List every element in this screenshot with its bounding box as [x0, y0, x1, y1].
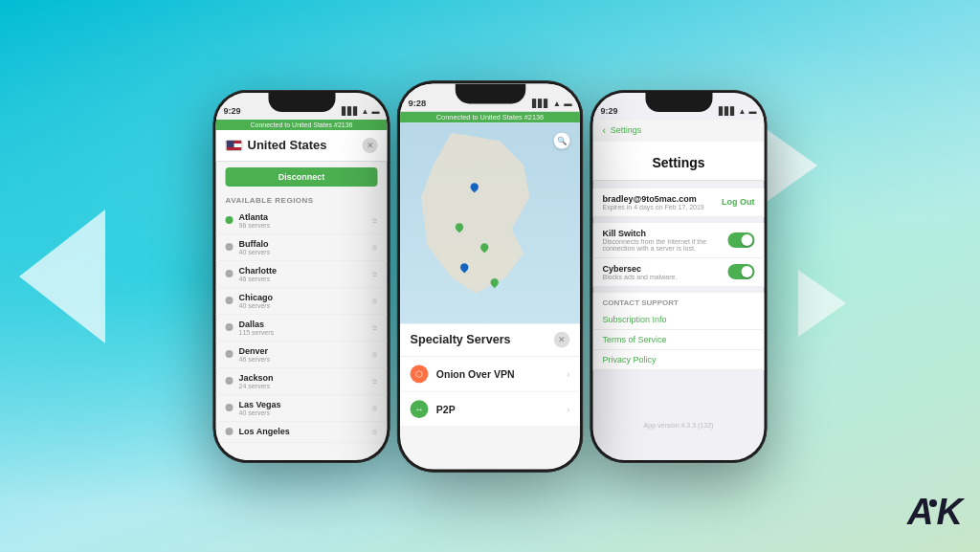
region-list: Atlanta 96 servers ≡ Buffalo 40 servers …	[216, 208, 388, 443]
phone1-notch	[268, 93, 335, 112]
region-menu-icon: ≡	[372, 376, 378, 386]
region-servers: 46 servers	[239, 356, 372, 363]
region-servers: 46 servers	[239, 276, 372, 282]
left-arrow-decoration	[19, 210, 105, 343]
region-item-atlanta[interactable]: Atlanta 96 servers ≡	[216, 208, 388, 234]
region-name: Buffalo	[239, 239, 372, 249]
right-arrow-decoration-2	[798, 270, 846, 337]
p2p-label: P2P	[436, 403, 567, 414]
region-servers: 115 servers	[239, 329, 372, 336]
terms-link[interactable]: Terms of Service	[593, 330, 765, 350]
ak-logo: AK	[907, 492, 961, 533]
region-dot	[226, 404, 234, 411]
phone1-country-title: United States	[248, 138, 363, 152]
phone2-time: 9:28	[408, 98, 426, 108]
phone3-time: 9:29	[601, 106, 618, 116]
account-row: bradley@9to5mac.com Expires in 4 days on…	[593, 188, 765, 217]
cybersec-toggle[interactable]	[728, 264, 755, 279]
specialty-item-p2p[interactable]: ↔ P2P ›	[400, 391, 580, 427]
subscription-info-link[interactable]: Subscription Info	[593, 310, 765, 330]
account-email: bradley@9to5mac.com	[603, 194, 723, 204]
region-menu-icon: ≡	[372, 427, 378, 437]
region-dot	[226, 350, 234, 358]
region-menu-icon: ≡	[372, 296, 378, 306]
onion-vpn-label: Onion Over VPN	[436, 368, 567, 380]
us-flag-icon	[226, 140, 243, 151]
kill-switch-row: Kill Switch Disconnects from the Interne…	[593, 223, 765, 258]
specialty-title: Specialty Servers	[411, 332, 511, 346]
specialty-header: Specialty Servers ✕	[400, 323, 580, 357]
region-dot	[226, 428, 234, 435]
phone1-time: 9:29	[224, 106, 241, 116]
phone2-status-icons: ▋▋▋ ▲ ▬	[532, 99, 572, 107]
region-dot	[226, 270, 234, 277]
settings-back-nav[interactable]: ‹ Settings	[593, 120, 765, 142]
contact-section: Contact support Subscription Info Terms …	[593, 293, 765, 370]
kill-switch-toggle[interactable]	[728, 232, 755, 248]
specialty-item-onion[interactable]: ⬡ Onion Over VPN ›	[400, 357, 580, 392]
region-name: Jackson	[239, 373, 372, 383]
region-menu-icon: ≡	[372, 403, 378, 413]
region-dot	[226, 243, 234, 251]
wifi-icon: ▲	[362, 107, 369, 116]
cybersec-label: Cybersec	[603, 264, 728, 274]
account-section: bradley@9to5mac.com Expires in 4 days on…	[593, 188, 765, 217]
wifi-icon: ▲	[739, 107, 746, 116]
phone1-status-icons: ▋▋▋ ▲ ▬	[342, 107, 380, 116]
region-item-charlotte[interactable]: Charlotte 46 servers ≡	[216, 261, 388, 288]
region-name: Chicago	[239, 293, 372, 302]
region-item-lasvegas[interactable]: Las Vegas 40 servers ≡	[216, 395, 388, 422]
region-name: Dallas	[239, 320, 372, 329]
region-name: Charlotte	[239, 266, 372, 276]
region-name: Las Vegas	[239, 400, 372, 409]
account-expires: Expires in 4 days on Feb 17, 2019	[603, 204, 723, 210]
phones-container: 9:29 ▋▋▋ ▲ ▬ Connected to United States …	[213, 90, 768, 463]
app-version: App version 4.3.3 (132)	[593, 414, 765, 436]
region-item-denver[interactable]: Denver 46 servers ≡	[216, 342, 388, 368]
signal-icon: ▋▋▋	[342, 107, 359, 116]
signal-icon: ▋▋▋	[719, 107, 736, 116]
phone2-connected-banner: Connected to United States #2136	[400, 111, 580, 122]
settings-title: Settings	[603, 147, 755, 174]
privacy-link[interactable]: Privacy Policy	[593, 350, 765, 370]
region-menu-icon: ≡	[372, 242, 378, 253]
phone3-status-icons: ▋▋▋ ▲ ▬	[719, 107, 757, 116]
region-servers: 40 servers	[239, 409, 372, 416]
region-dot	[226, 297, 234, 304]
kill-switch-label: Kill Switch	[603, 229, 728, 238]
back-arrow-icon: ‹	[603, 125, 606, 136]
region-item-jackson[interactable]: Jackson 24 servers ≡	[216, 368, 388, 395]
region-item-losangeles[interactable]: Los Angeles ≡	[216, 422, 388, 443]
region-item-chicago[interactable]: Chicago 40 servers ≡	[216, 288, 388, 315]
region-item-dallas[interactable]: Dallas 115 servers ≡	[216, 315, 388, 342]
logout-button[interactable]: Log Out	[722, 197, 755, 207]
available-regions-label: Available regions	[216, 192, 388, 208]
region-item-buffalo[interactable]: Buffalo 40 servers ≡	[216, 234, 388, 261]
phone-3: 9:29 ▋▋▋ ▲ ▬ ‹ Settings Settings	[590, 90, 768, 463]
kill-switch-desc: Disconnects from the Internet if the con…	[603, 238, 728, 252]
signal-icon: ▋▋▋	[532, 99, 550, 107]
map-search-icon[interactable]: 🔍	[554, 132, 570, 148]
specialty-close-button[interactable]: ✕	[554, 331, 570, 347]
wifi-icon: ▲	[553, 99, 561, 107]
region-name: Los Angeles	[239, 427, 372, 436]
battery-icon: ▬	[564, 99, 571, 107]
region-name: Atlanta	[239, 212, 372, 222]
back-label: Settings	[611, 125, 642, 135]
region-menu-icon: ≡	[372, 215, 378, 226]
phone2-notch	[455, 83, 525, 103]
region-servers: 96 servers	[239, 222, 372, 229]
disconnect-button[interactable]: Disconnect	[226, 167, 378, 187]
p2p-icon: ↔	[411, 400, 429, 418]
contact-label: Contact support	[593, 293, 765, 310]
battery-icon: ▬	[372, 107, 380, 116]
phone1-header: United States ✕	[216, 130, 388, 162]
region-menu-icon: ≡	[372, 269, 378, 279]
region-servers: 40 servers	[239, 302, 372, 309]
phone3-notch	[645, 93, 712, 112]
region-servers: 24 servers	[239, 383, 372, 389]
close-button[interactable]: ✕	[363, 138, 378, 153]
region-dot-active	[226, 216, 234, 224]
region-dot	[226, 323, 234, 331]
phone1-connected-banner: Connected to United States #2136	[216, 120, 388, 130]
